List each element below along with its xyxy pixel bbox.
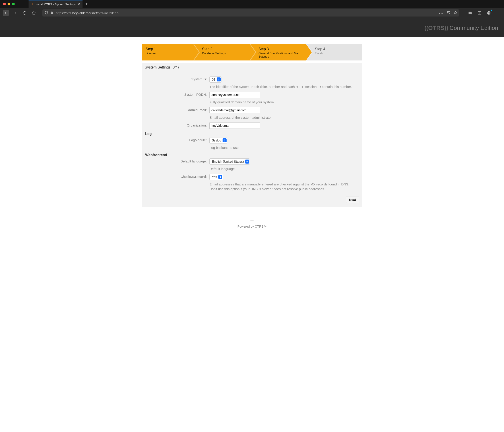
window-maximize-button[interactable] [12, 3, 15, 5]
checkmx-help: Email addresses that are manually entere… [209, 182, 352, 191]
brand-logo: ((OTRS))Community Edition [424, 25, 498, 31]
tab-favicon-icon [31, 2, 34, 6]
tab-bar: Install OTRS - System Settings ✕ + [0, 0, 504, 8]
install-stepper: Step 1 License Step 2 Database Settings … [142, 44, 362, 60]
reload-button[interactable] [21, 10, 28, 16]
forward-button[interactable] [12, 10, 18, 16]
organization-input[interactable] [209, 122, 260, 129]
fqdn-input[interactable] [209, 92, 260, 98]
browser-tab[interactable]: Install OTRS - System Settings ✕ [28, 0, 82, 8]
step-4-finish[interactable]: Step 4 Finish [306, 44, 362, 60]
language-help: Default language. [209, 166, 352, 171]
checkmx-label: CheckMXRecord: [145, 174, 209, 191]
organization-label: Organization: [145, 122, 209, 129]
tab-title: Install OTRS - System Settings [36, 3, 76, 6]
fqdn-label: System FQDN: [145, 92, 209, 104]
page-body: Step 1 License Step 2 Database Settings … [0, 37, 504, 244]
select-toggle-icon [223, 138, 226, 142]
log-section-heading: Log [145, 130, 359, 136]
address-bar[interactable]: https://otrs.heyvaldemar.net/otrs/instal… [42, 9, 459, 17]
language-label: Default language: [145, 158, 209, 171]
systemid-help: The identifier of the system. Each ticke… [209, 84, 352, 89]
shield-icon[interactable] [45, 11, 48, 15]
svg-rect-4 [478, 12, 481, 14]
sidebar-icon[interactable] [476, 10, 483, 16]
account-icon[interactable] [486, 10, 492, 16]
systemid-label: SystemID: [145, 76, 209, 89]
step-2-database[interactable]: Step 2 Database Settings [193, 44, 250, 60]
systemid-select[interactable]: 01 [209, 76, 221, 83]
panel-title: System Settings (3/4) [142, 63, 362, 72]
page-footer: Powered by OTRS™ [0, 212, 504, 235]
adminemail-input[interactable] [209, 107, 260, 113]
library-icon[interactable] [467, 10, 473, 16]
svg-point-7 [488, 12, 489, 13]
language-select[interactable]: English (United States) [209, 158, 250, 165]
footer-text: Powered by OTRS™ [0, 225, 504, 228]
logmodule-label: LogModule: [145, 137, 209, 150]
window-controls [2, 3, 17, 5]
adminemail-help: Email address of the system administrato… [209, 115, 352, 120]
settings-panel: System Settings (3/4) SystemID: 01 The i… [142, 63, 362, 207]
pocket-icon[interactable] [447, 11, 450, 15]
ellipsis-icon[interactable]: ••• [439, 11, 444, 15]
window-minimize-button[interactable] [8, 3, 10, 5]
app-header: ((OTRS))Community Edition [0, 19, 504, 37]
step-3-general[interactable]: Step 3 General Specifications and Mail S… [250, 44, 306, 60]
browser-chrome: Install OTRS - System Settings ✕ + [0, 0, 504, 19]
adminemail-label: AdminEmail: [145, 107, 209, 120]
lock-icon[interactable] [50, 11, 54, 15]
tab-close-icon[interactable]: ✕ [77, 2, 80, 6]
logmodule-help: Log backend to use. [209, 145, 352, 150]
browser-toolbar: https://otrs.heyvaldemar.net/otrs/instal… [0, 8, 504, 19]
next-button[interactable]: Next [346, 197, 359, 203]
back-button[interactable] [3, 10, 9, 16]
step-1-license[interactable]: Step 1 License [142, 44, 193, 60]
webfrontend-section-heading: Webfrontend [145, 151, 359, 157]
menu-icon[interactable] [495, 10, 501, 16]
content-container: Step 1 License Step 2 Database Settings … [142, 37, 362, 207]
select-toggle-icon [217, 77, 221, 82]
checkmx-select[interactable]: Yes [209, 174, 223, 180]
footer-star-icon [0, 219, 504, 225]
select-toggle-icon [245, 160, 249, 164]
logmodule-select[interactable]: Syslog [209, 137, 227, 144]
url-text: https://otrs.heyvaldemar.net/otrs/instal… [56, 11, 437, 15]
window-close-button[interactable] [3, 3, 6, 5]
panel-body: SystemID: 01 The identifier of the syste… [142, 72, 362, 207]
new-tab-button[interactable]: + [82, 1, 90, 7]
fqdn-help: Fully qualified domain name of your syst… [209, 100, 352, 104]
home-button[interactable] [31, 10, 37, 16]
bookmark-star-icon[interactable] [454, 11, 457, 15]
select-toggle-icon [218, 175, 222, 179]
